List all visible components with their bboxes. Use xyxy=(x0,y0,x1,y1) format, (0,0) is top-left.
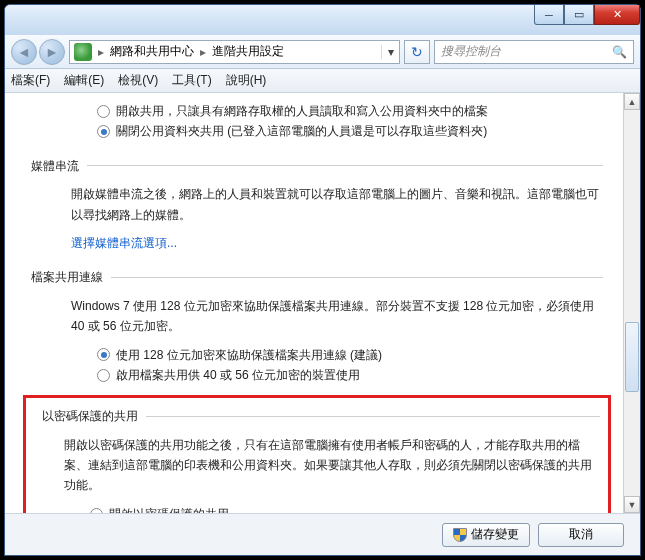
refresh-button[interactable]: ↻ xyxy=(404,40,430,64)
close-button[interactable]: ✕ xyxy=(594,5,640,25)
forward-button[interactable]: ► xyxy=(39,39,65,65)
public-sharing-opt-close[interactable]: 關閉公用資料夾共用 (已登入這部電腦的人員還是可以存取這些資料夾) xyxy=(97,121,603,141)
network-icon xyxy=(74,43,92,61)
address-bar[interactable]: ▸ 網路和共用中心 ▸ 進階共用設定 ▾ xyxy=(69,40,400,64)
radio-label: 啟用檔案共用供 40 或 56 位元加密的裝置使用 xyxy=(116,365,360,385)
scroll-track[interactable] xyxy=(624,110,640,496)
button-label: 取消 xyxy=(569,526,593,543)
content-area: 開啟共用，只讓具有網路存取權的人員讀取和寫入公用資料夾中的檔案 關閉公用資料夾共… xyxy=(5,93,640,513)
conn-opt-128bit[interactable]: 使用 128 位元加密來協助保護檔案共用連線 (建議) xyxy=(97,345,603,365)
breadcrumb-seg-1[interactable]: 網路和共用中心 xyxy=(106,43,198,60)
nav-row: ◄ ► ▸ 網路和共用中心 ▸ 進階共用設定 ▾ ↻ 搜尋控制台 🔍 xyxy=(5,35,640,69)
scroll-down-button[interactable]: ▼ xyxy=(624,496,640,513)
scroll-up-button[interactable]: ▲ xyxy=(624,93,640,110)
menu-bar: 檔案(F) 編輯(E) 檢視(V) 工具(T) 說明(H) xyxy=(5,69,640,93)
radio-icon xyxy=(97,105,110,118)
search-icon: 🔍 xyxy=(612,45,627,59)
breadcrumb-seg-2[interactable]: 進階共用設定 xyxy=(208,43,288,60)
chevron-right-icon: ▸ xyxy=(96,45,106,59)
radio-icon xyxy=(97,369,110,382)
menu-help[interactable]: 說明(H) xyxy=(226,72,267,89)
menu-view[interactable]: 檢視(V) xyxy=(118,72,158,89)
back-button[interactable]: ◄ xyxy=(11,39,37,65)
divider xyxy=(111,277,603,278)
conn-opt-4056bit[interactable]: 啟用檔案共用供 40 或 56 位元加密的裝置使用 xyxy=(97,365,603,385)
search-input[interactable]: 搜尋控制台 🔍 xyxy=(434,40,634,64)
radio-label: 開啟以密碼保護的共用 xyxy=(109,504,229,513)
section-password-sharing: 以密碼保護的共用 xyxy=(42,406,600,426)
titlebar[interactable]: ─ ▭ ✕ xyxy=(5,5,640,35)
chevron-right-icon: ▸ xyxy=(198,45,208,59)
address-dropdown-icon[interactable]: ▾ xyxy=(381,45,399,59)
menu-tools[interactable]: 工具(T) xyxy=(172,72,211,89)
public-sharing-opt-open[interactable]: 開啟共用，只讓具有網路存取權的人員讀取和寫入公用資料夾中的檔案 xyxy=(97,101,603,121)
maximize-button[interactable]: ▭ xyxy=(564,5,594,25)
highlighted-section: 以密碼保護的共用 開啟以密碼保護的共用功能之後，只有在這部電腦擁有使用者帳戶和密… xyxy=(23,395,611,513)
section-title: 媒體串流 xyxy=(31,156,79,176)
pwd-opt-enable[interactable]: 開啟以密碼保護的共用 xyxy=(90,504,600,513)
shield-icon xyxy=(453,528,467,542)
media-options-link[interactable]: 選擇媒體串流選項... xyxy=(71,233,177,253)
divider xyxy=(87,165,603,166)
section-media-streaming: 媒體串流 xyxy=(31,156,603,176)
radio-label: 開啟共用，只讓具有網路存取權的人員讀取和寫入公用資料夾中的檔案 xyxy=(116,101,488,121)
cancel-button[interactable]: 取消 xyxy=(538,523,624,547)
section-file-sharing-conn: 檔案共用連線 xyxy=(31,267,603,287)
scroll-thumb[interactable] xyxy=(625,322,639,392)
radio-icon xyxy=(97,125,110,138)
search-placeholder: 搜尋控制台 xyxy=(441,43,501,60)
media-desc: 開啟媒體串流之後，網路上的人員和裝置就可以存取這部電腦上的圖片、音樂和視訊。這部… xyxy=(71,184,599,225)
section-title: 檔案共用連線 xyxy=(31,267,103,287)
radio-icon xyxy=(97,348,110,361)
radio-icon xyxy=(90,508,103,513)
radio-label: 關閉公用資料夾共用 (已登入這部電腦的人員還是可以存取這些資料夾) xyxy=(116,121,487,141)
conn-desc: Windows 7 使用 128 位元加密來協助保護檔案共用連線。部分裝置不支援… xyxy=(71,296,599,337)
minimize-button[interactable]: ─ xyxy=(534,5,564,25)
button-label: 儲存變更 xyxy=(471,526,519,543)
section-title: 以密碼保護的共用 xyxy=(42,406,138,426)
divider xyxy=(146,416,600,417)
menu-edit[interactable]: 編輯(E) xyxy=(64,72,104,89)
control-panel-window: ─ ▭ ✕ ◄ ► ▸ 網路和共用中心 ▸ 進階共用設定 ▾ ↻ 搜尋控制台 🔍… xyxy=(4,4,641,556)
radio-label: 使用 128 位元加密來協助保護檔案共用連線 (建議) xyxy=(116,345,382,365)
settings-pane: 開啟共用，只讓具有網路存取權的人員讀取和寫入公用資料夾中的檔案 關閉公用資料夾共… xyxy=(5,93,623,513)
menu-file[interactable]: 檔案(F) xyxy=(11,72,50,89)
save-changes-button[interactable]: 儲存變更 xyxy=(442,523,530,547)
pwd-desc: 開啟以密碼保護的共用功能之後，只有在這部電腦擁有使用者帳戶和密碼的人，才能存取共… xyxy=(64,435,596,496)
footer: 儲存變更 取消 xyxy=(5,513,640,555)
scrollbar[interactable]: ▲ ▼ xyxy=(623,93,640,513)
